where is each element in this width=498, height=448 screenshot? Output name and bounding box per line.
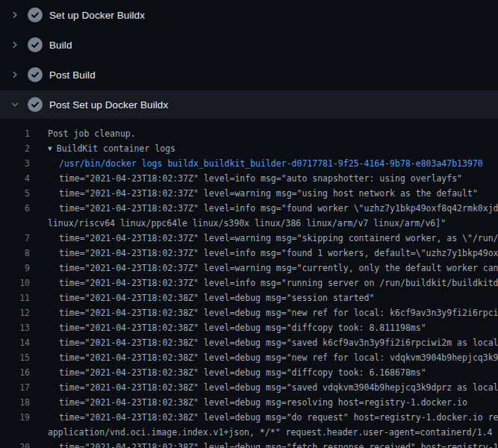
check-circle-icon <box>28 67 43 82</box>
log-line: 3/usr/bin/docker logs buildx_buildkit_bu… <box>0 156 498 171</box>
log-text: time="2021-04-23T18:02:38Z" level=debug … <box>30 335 498 350</box>
line-number[interactable]: 13 <box>0 320 30 335</box>
step-title: Post Build <box>49 69 96 81</box>
log-text: time="2021-04-23T18:02:38Z" level=debug … <box>30 410 498 425</box>
log-line: 13time="2021-04-23T18:02:38Z" level=debu… <box>0 320 498 335</box>
log-line: 16time="2021-04-23T18:02:38Z" level=debu… <box>0 365 498 380</box>
log-line-wrap: application/vnd.oci.image.index.v1+json,… <box>0 425 498 440</box>
log-text: Post job cleanup. <box>30 126 498 141</box>
log-text: application/vnd.oci.image.index.v1+json,… <box>30 425 498 440</box>
log-text: linux/riscv64 linux/ppc64le linux/s390x … <box>30 216 498 231</box>
chevron-down-icon <box>9 99 21 111</box>
step-header-build[interactable]: Build <box>0 30 498 60</box>
log-line: 11time="2021-04-23T18:02:38Z" level=debu… <box>0 290 498 305</box>
log-line: 4time="2021-04-23T18:02:37Z" level=info … <box>0 171 498 186</box>
log-line: 14time="2021-04-23T18:02:38Z" level=debu… <box>0 335 498 350</box>
step-title: Post Set up Docker Buildx <box>49 99 168 111</box>
line-number[interactable]: 5 <box>0 186 30 201</box>
log-text: time="2021-04-23T18:02:37Z" level=info m… <box>30 201 498 216</box>
step-title: Set up Docker Buildx <box>49 10 145 21</box>
line-number[interactable]: 11 <box>0 290 30 305</box>
log-line: 8time="2021-04-23T18:02:37Z" level=info … <box>0 246 498 261</box>
log-output: 1Post job cleanup.2▼BuildKit container l… <box>0 119 498 448</box>
line-number[interactable]: 20 <box>0 440 30 448</box>
log-text: time="2021-04-23T18:02:37Z" level=info m… <box>30 276 498 290</box>
chevron-right-icon <box>9 69 21 81</box>
step-header-set-up-docker-buildx[interactable]: Set up Docker Buildx <box>0 0 498 30</box>
log-line: 1Post job cleanup. <box>0 126 498 141</box>
line-number <box>0 425 30 440</box>
log-text: time="2021-04-23T18:02:37Z" level=warnin… <box>30 186 498 201</box>
log-text: time="2021-04-23T18:02:38Z" level=debug … <box>30 350 498 365</box>
log-text: time="2021-04-23T18:02:38Z" level=debug … <box>30 320 498 335</box>
chevron-right-icon <box>9 39 21 51</box>
log-line: 10time="2021-04-23T18:02:37Z" level=info… <box>0 276 498 290</box>
step-header-post-build[interactable]: Post Build <box>0 60 498 90</box>
line-number[interactable]: 3 <box>0 156 30 171</box>
line-number[interactable]: 1 <box>0 126 30 141</box>
line-number[interactable]: 10 <box>0 276 30 290</box>
check-circle-icon <box>28 7 43 22</box>
line-number[interactable]: 2 <box>0 141 30 156</box>
log-line-wrap: linux/riscv64 linux/ppc64le linux/s390x … <box>0 216 498 231</box>
log-text: time="2021-04-23T18:02:38Z" level=debug … <box>30 440 498 448</box>
log-line: 15time="2021-04-23T18:02:38Z" level=debu… <box>0 350 498 365</box>
log-line: 5time="2021-04-23T18:02:37Z" level=warni… <box>0 186 498 201</box>
step-header-post-set-up-docker-buildx[interactable]: Post Set up Docker Buildx <box>0 90 498 119</box>
log-text: time="2021-04-23T18:02:38Z" level=debug … <box>30 395 498 410</box>
log-line: 7time="2021-04-23T18:02:37Z" level=warni… <box>0 231 498 246</box>
log-group-label: BuildKit container logs <box>57 143 175 154</box>
line-number[interactable]: 7 <box>0 231 30 246</box>
line-number[interactable]: 12 <box>0 305 30 320</box>
log-text: time="2021-04-23T18:02:37Z" level=info m… <box>30 171 498 186</box>
log-line: 20time="2021-04-23T18:02:38Z" level=debu… <box>0 440 498 448</box>
log-line: 19time="2021-04-23T18:02:38Z" level=debu… <box>0 410 498 425</box>
chevron-right-icon <box>9 9 21 21</box>
line-number <box>0 216 30 231</box>
log-line: 12time="2021-04-23T18:02:38Z" level=debu… <box>0 305 498 320</box>
line-number[interactable]: 15 <box>0 350 30 365</box>
log-text: time="2021-04-23T18:02:38Z" level=debug … <box>30 365 498 380</box>
log-group-toggle[interactable]: ▼BuildKit container logs <box>30 141 498 156</box>
log-text: time="2021-04-23T18:02:38Z" level=debug … <box>30 290 498 305</box>
line-number[interactable]: 16 <box>0 365 30 380</box>
log-line: 17time="2021-04-23T18:02:38Z" level=debu… <box>0 380 498 395</box>
log-line: 2▼BuildKit container logs <box>0 141 498 156</box>
line-number[interactable]: 17 <box>0 380 30 395</box>
log-text: time="2021-04-23T18:02:38Z" level=debug … <box>30 305 498 320</box>
step-title: Build <box>49 40 72 51</box>
log-text: time="2021-04-23T18:02:37Z" level=info m… <box>30 246 498 261</box>
log-text: time="2021-04-23T18:02:37Z" level=warnin… <box>30 261 498 276</box>
line-number[interactable]: 8 <box>0 246 30 261</box>
line-number[interactable]: 19 <box>0 410 30 425</box>
line-number[interactable]: 14 <box>0 335 30 350</box>
log-text: time="2021-04-23T18:02:37Z" level=warnin… <box>30 231 498 246</box>
group-expanded-triangle-icon[interactable]: ▼ <box>48 141 52 156</box>
log-line: 9time="2021-04-23T18:02:37Z" level=warni… <box>0 261 498 276</box>
check-circle-icon <box>28 97 43 112</box>
line-number[interactable]: 4 <box>0 171 30 186</box>
actions-log-viewer: Set up Docker Buildx Build Post Build Po… <box>0 0 498 448</box>
log-command-text: /usr/bin/docker logs buildx_buildkit_bui… <box>30 156 498 171</box>
line-number[interactable]: 18 <box>0 395 30 410</box>
check-circle-icon <box>28 37 43 52</box>
line-number[interactable]: 9 <box>0 261 30 276</box>
line-number[interactable]: 6 <box>0 201 30 216</box>
log-line: 6time="2021-04-23T18:02:37Z" level=info … <box>0 201 498 216</box>
log-text: time="2021-04-23T18:02:38Z" level=debug … <box>30 380 498 395</box>
log-line: 18time="2021-04-23T18:02:38Z" level=debu… <box>0 395 498 410</box>
